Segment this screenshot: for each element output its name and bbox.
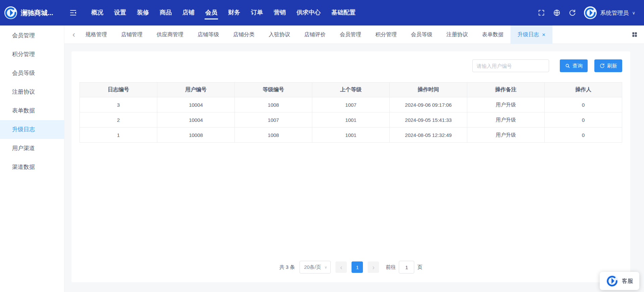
top-menu: 概况 设置 装修 商品 店铺 会员 财务 订单 营销 供求中心 基础配置: [86, 0, 361, 26]
tab-register-agreement[interactable]: 注册协议: [439, 26, 475, 44]
toolbar: 查询 刷新: [79, 59, 622, 72]
topmenu-basic-config[interactable]: 基础配置: [326, 0, 361, 26]
goto-page: 前往 页: [386, 261, 422, 274]
topmenu-members[interactable]: 会员: [200, 0, 223, 26]
app-logo-icon: [4, 6, 17, 19]
pagination: 共 3 条 20条/页 ∨ ‹ 1 › 前往 页: [79, 257, 622, 276]
avatar: [584, 6, 597, 19]
sidebar-collapse-icon[interactable]: [69, 9, 77, 17]
col-level-id: 等级编号: [235, 83, 312, 97]
col-user-id: 用户编号: [157, 83, 235, 97]
main-area: ‹ 规格管理 店铺管理 供应商管理 店铺等级 店铺分类 入驻协议 店铺评价 会员…: [64, 26, 644, 292]
user-name: 系统管理员: [600, 9, 629, 17]
topnav-tools: 系统管理员 ∨: [538, 6, 635, 19]
total-count: 共 3 条: [279, 264, 295, 271]
sidebar-item-channel-data[interactable]: 渠道数据: [0, 158, 64, 177]
goto-unit: 页: [417, 264, 422, 271]
col-log-id: 日志编号: [80, 83, 157, 97]
sidebar-item-form-data[interactable]: 表单数据: [0, 101, 64, 120]
close-icon[interactable]: ×: [542, 32, 545, 38]
app-title: 澜驰商城...: [21, 8, 53, 17]
topmenu-products[interactable]: 商品: [154, 0, 177, 26]
page-size-select[interactable]: 20条/页 ∨: [300, 261, 331, 274]
sidebar: 会员管理 积分管理 会员等级 注册协议 表单数据 升级日志 用户渠道 渠道数据: [0, 26, 64, 292]
tab-supplier-management[interactable]: 供应商管理: [150, 26, 191, 44]
sidebar-item-member-management[interactable]: 会员管理: [0, 26, 64, 45]
refresh-icon: [599, 63, 605, 68]
col-previous-level: 上个等级: [312, 83, 390, 97]
topmenu-finance[interactable]: 财务: [223, 0, 246, 26]
user-menu[interactable]: 系统管理员 ∨: [584, 6, 635, 19]
refresh-page-icon[interactable]: [569, 9, 576, 16]
col-operation-time: 操作时间: [390, 83, 467, 97]
tab-form-data[interactable]: 表单数据: [475, 26, 511, 44]
table-row: 1 10008 1008 1001 2024-08-05 12:32:49 用户…: [80, 128, 622, 143]
tab-member-management[interactable]: 会员管理: [333, 26, 368, 44]
query-button[interactable]: 查询: [560, 59, 588, 72]
refresh-button[interactable]: 刷新: [594, 59, 622, 72]
tabs-scroll-left-icon[interactable]: ‹: [69, 31, 78, 39]
goto-label: 前往: [386, 264, 396, 271]
sidebar-item-user-channel[interactable]: 用户渠道: [0, 139, 64, 158]
tab-upgrade-log[interactable]: 升级日志 ×: [511, 26, 552, 44]
tab-entry-agreement[interactable]: 入驻协议: [262, 26, 297, 44]
goto-page-input[interactable]: [399, 261, 414, 274]
brand: 澜驰商城...: [0, 6, 64, 19]
topmenu-marketing[interactable]: 营销: [268, 0, 291, 26]
tab-points-management[interactable]: 积分管理: [368, 26, 404, 44]
tab-store-level[interactable]: 店铺等级: [191, 26, 226, 44]
upgrade-log-table: 日志编号 用户编号 等级编号 上个等级 操作时间 操作备注 操作人 3 1000: [79, 82, 622, 143]
col-operation-note: 操作备注: [467, 83, 545, 97]
tab-member-level[interactable]: 会员等级: [404, 26, 439, 44]
tab-spec-management[interactable]: 规格管理: [78, 26, 114, 44]
fullscreen-icon[interactable]: [538, 9, 545, 16]
search-input[interactable]: [472, 59, 549, 72]
service-logo-icon: [606, 275, 619, 287]
tab-store-review[interactable]: 店铺评价: [297, 26, 333, 44]
top-navbar: 澜驰商城... 概况 设置 装修 商品 店铺 会员 财务 订单 营销 供求中心 …: [0, 0, 644, 26]
upgrade-log-card: 查询 刷新 日志编号 用户编号 等级编号 上个等级 操作时: [71, 51, 630, 282]
prev-page-button[interactable]: ‹: [335, 261, 347, 273]
tab-store-management[interactable]: 店铺管理: [114, 26, 150, 44]
topmenu-supply-demand[interactable]: 供求中心: [291, 0, 326, 26]
topmenu-orders[interactable]: 订单: [246, 0, 268, 26]
sidebar-item-points-management[interactable]: 积分管理: [0, 45, 64, 64]
sidebar-item-member-level[interactable]: 会员等级: [0, 64, 64, 83]
topmenu-stores[interactable]: 店铺: [177, 0, 200, 26]
customer-service-button[interactable]: 客服: [600, 272, 639, 290]
content-area: 查询 刷新 日志编号 用户编号 等级编号 上个等级 操作时: [64, 44, 644, 292]
topmenu-settings[interactable]: 设置: [109, 0, 131, 26]
tab-store-category[interactable]: 店铺分类: [226, 26, 262, 44]
language-icon[interactable]: [553, 9, 560, 16]
next-page-button[interactable]: ›: [368, 261, 379, 273]
table-row: 2 10004 1007 1001 2024-09-05 15:41:33 用户…: [80, 112, 622, 128]
sidebar-item-upgrade-log[interactable]: 升级日志: [0, 120, 64, 139]
service-label: 客服: [622, 277, 633, 285]
table-row: 3 10004 1008 1007 2024-09-06 09:17:06 用户…: [80, 97, 622, 112]
tab-options-grid-icon[interactable]: [631, 31, 638, 38]
sidebar-item-register-agreement[interactable]: 注册协议: [0, 83, 64, 101]
topmenu-overview[interactable]: 概况: [86, 0, 109, 26]
search-icon: [565, 63, 570, 68]
table-header-row: 日志编号 用户编号 等级编号 上个等级 操作时间 操作备注 操作人: [80, 83, 622, 97]
col-operator: 操作人: [545, 83, 622, 97]
page-1-button[interactable]: 1: [352, 261, 363, 273]
chevron-down-icon: ∨: [324, 265, 327, 270]
chevron-down-icon: ∨: [632, 10, 635, 15]
tab-bar: ‹ 规格管理 店铺管理 供应商管理 店铺等级 店铺分类 入驻协议 店铺评价 会员…: [64, 26, 644, 44]
topmenu-decoration[interactable]: 装修: [131, 0, 154, 26]
